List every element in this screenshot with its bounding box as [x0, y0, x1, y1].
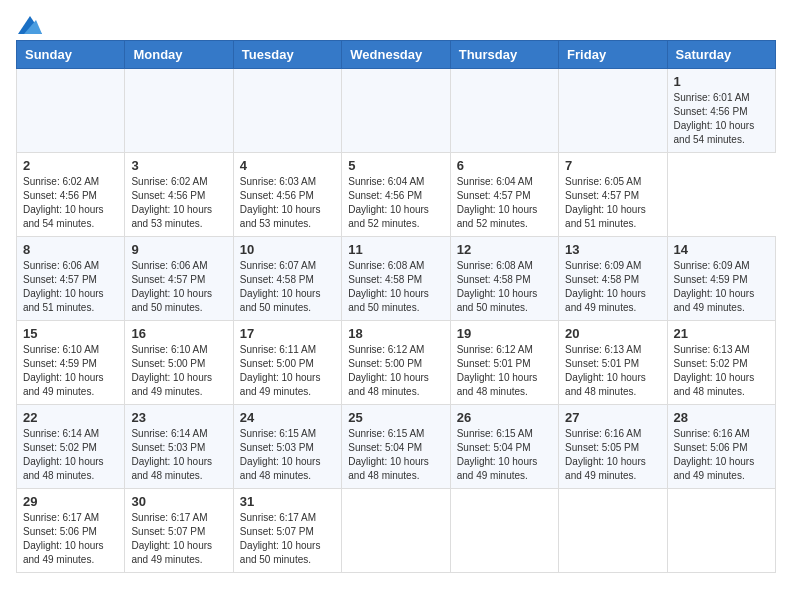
- day-number: 2: [23, 158, 118, 173]
- sunrise-time: Sunrise: 6:06 AM: [131, 259, 226, 273]
- daylight-hours: Daylight: 10 hours and 48 minutes.: [240, 455, 335, 483]
- day-info: Sunrise: 6:14 AM Sunset: 5:03 PM Dayligh…: [131, 427, 226, 483]
- sunrise-time: Sunrise: 6:14 AM: [23, 427, 118, 441]
- sunset-time: Sunset: 5:00 PM: [240, 357, 335, 371]
- empty-cell: [559, 69, 667, 153]
- daylight-hours: Daylight: 10 hours and 48 minutes.: [23, 455, 118, 483]
- day-info: Sunrise: 6:09 AM Sunset: 4:59 PM Dayligh…: [674, 259, 769, 315]
- sunrise-time: Sunrise: 6:10 AM: [23, 343, 118, 357]
- sunrise-time: Sunrise: 6:08 AM: [348, 259, 443, 273]
- sunset-time: Sunset: 5:00 PM: [131, 357, 226, 371]
- calendar-week-6: 29 Sunrise: 6:17 AM Sunset: 5:06 PM Dayl…: [17, 489, 776, 573]
- sunset-time: Sunset: 4:59 PM: [23, 357, 118, 371]
- sunrise-time: Sunrise: 6:13 AM: [674, 343, 769, 357]
- calendar-day-16: 16 Sunrise: 6:10 AM Sunset: 5:00 PM Dayl…: [125, 321, 233, 405]
- day-number: 22: [23, 410, 118, 425]
- day-info: Sunrise: 6:16 AM Sunset: 5:05 PM Dayligh…: [565, 427, 660, 483]
- day-info: Sunrise: 6:10 AM Sunset: 4:59 PM Dayligh…: [23, 343, 118, 399]
- sunset-time: Sunset: 4:58 PM: [240, 273, 335, 287]
- day-info: Sunrise: 6:16 AM Sunset: 5:06 PM Dayligh…: [674, 427, 769, 483]
- daylight-hours: Daylight: 10 hours and 50 minutes.: [457, 287, 552, 315]
- empty-cell: [667, 489, 775, 573]
- day-info: Sunrise: 6:04 AM Sunset: 4:57 PM Dayligh…: [457, 175, 552, 231]
- sunset-time: Sunset: 4:58 PM: [348, 273, 443, 287]
- daylight-hours: Daylight: 10 hours and 50 minutes.: [348, 287, 443, 315]
- sunset-time: Sunset: 5:04 PM: [348, 441, 443, 455]
- empty-cell: [233, 69, 341, 153]
- day-number: 20: [565, 326, 660, 341]
- sunset-time: Sunset: 4:57 PM: [565, 189, 660, 203]
- calendar-table: SundayMondayTuesdayWednesdayThursdayFrid…: [16, 40, 776, 573]
- calendar-day-21: 21 Sunrise: 6:13 AM Sunset: 5:02 PM Dayl…: [667, 321, 775, 405]
- sunset-time: Sunset: 5:06 PM: [674, 441, 769, 455]
- sunset-time: Sunset: 4:56 PM: [348, 189, 443, 203]
- sunset-time: Sunset: 5:01 PM: [565, 357, 660, 371]
- calendar-day-27: 27 Sunrise: 6:16 AM Sunset: 5:05 PM Dayl…: [559, 405, 667, 489]
- empty-cell: [559, 489, 667, 573]
- daylight-hours: Daylight: 10 hours and 48 minutes.: [348, 371, 443, 399]
- calendar-week-1: 1 Sunrise: 6:01 AM Sunset: 4:56 PM Dayli…: [17, 69, 776, 153]
- sunset-time: Sunset: 5:04 PM: [457, 441, 552, 455]
- daylight-hours: Daylight: 10 hours and 53 minutes.: [131, 203, 226, 231]
- calendar-day-3: 3 Sunrise: 6:02 AM Sunset: 4:56 PM Dayli…: [125, 153, 233, 237]
- daylight-hours: Daylight: 10 hours and 49 minutes.: [674, 455, 769, 483]
- day-info: Sunrise: 6:07 AM Sunset: 4:58 PM Dayligh…: [240, 259, 335, 315]
- day-number: 12: [457, 242, 552, 257]
- calendar-day-24: 24 Sunrise: 6:15 AM Sunset: 5:03 PM Dayl…: [233, 405, 341, 489]
- daylight-hours: Daylight: 10 hours and 50 minutes.: [131, 287, 226, 315]
- calendar-header-wednesday: Wednesday: [342, 41, 450, 69]
- sunrise-time: Sunrise: 6:17 AM: [131, 511, 226, 525]
- day-info: Sunrise: 6:08 AM Sunset: 4:58 PM Dayligh…: [457, 259, 552, 315]
- day-info: Sunrise: 6:12 AM Sunset: 5:00 PM Dayligh…: [348, 343, 443, 399]
- sunrise-time: Sunrise: 6:11 AM: [240, 343, 335, 357]
- sunset-time: Sunset: 5:07 PM: [131, 525, 226, 539]
- sunset-time: Sunset: 4:58 PM: [457, 273, 552, 287]
- sunrise-time: Sunrise: 6:08 AM: [457, 259, 552, 273]
- calendar-day-11: 11 Sunrise: 6:08 AM Sunset: 4:58 PM Dayl…: [342, 237, 450, 321]
- sunrise-time: Sunrise: 6:12 AM: [457, 343, 552, 357]
- day-info: Sunrise: 6:04 AM Sunset: 4:56 PM Dayligh…: [348, 175, 443, 231]
- day-number: 13: [565, 242, 660, 257]
- empty-cell: [125, 69, 233, 153]
- day-info: Sunrise: 6:17 AM Sunset: 5:07 PM Dayligh…: [131, 511, 226, 567]
- calendar-day-23: 23 Sunrise: 6:14 AM Sunset: 5:03 PM Dayl…: [125, 405, 233, 489]
- day-number: 30: [131, 494, 226, 509]
- calendar-day-5: 5 Sunrise: 6:04 AM Sunset: 4:56 PM Dayli…: [342, 153, 450, 237]
- sunset-time: Sunset: 5:00 PM: [348, 357, 443, 371]
- day-number: 21: [674, 326, 769, 341]
- daylight-hours: Daylight: 10 hours and 49 minutes.: [23, 539, 118, 567]
- calendar-day-12: 12 Sunrise: 6:08 AM Sunset: 4:58 PM Dayl…: [450, 237, 558, 321]
- sunrise-time: Sunrise: 6:17 AM: [23, 511, 118, 525]
- day-info: Sunrise: 6:08 AM Sunset: 4:58 PM Dayligh…: [348, 259, 443, 315]
- daylight-hours: Daylight: 10 hours and 49 minutes.: [131, 539, 226, 567]
- calendar-day-14: 14 Sunrise: 6:09 AM Sunset: 4:59 PM Dayl…: [667, 237, 775, 321]
- daylight-hours: Daylight: 10 hours and 49 minutes.: [565, 287, 660, 315]
- day-number: 5: [348, 158, 443, 173]
- calendar-header-thursday: Thursday: [450, 41, 558, 69]
- day-info: Sunrise: 6:17 AM Sunset: 5:06 PM Dayligh…: [23, 511, 118, 567]
- daylight-hours: Daylight: 10 hours and 52 minutes.: [457, 203, 552, 231]
- daylight-hours: Daylight: 10 hours and 48 minutes.: [565, 371, 660, 399]
- day-number: 14: [674, 242, 769, 257]
- day-info: Sunrise: 6:10 AM Sunset: 5:00 PM Dayligh…: [131, 343, 226, 399]
- calendar-header-saturday: Saturday: [667, 41, 775, 69]
- day-number: 9: [131, 242, 226, 257]
- day-number: 16: [131, 326, 226, 341]
- day-info: Sunrise: 6:12 AM Sunset: 5:01 PM Dayligh…: [457, 343, 552, 399]
- day-number: 3: [131, 158, 226, 173]
- sunset-time: Sunset: 4:56 PM: [674, 105, 769, 119]
- calendar-day-7: 7 Sunrise: 6:05 AM Sunset: 4:57 PM Dayli…: [559, 153, 667, 237]
- sunrise-time: Sunrise: 6:02 AM: [23, 175, 118, 189]
- daylight-hours: Daylight: 10 hours and 54 minutes.: [674, 119, 769, 147]
- day-info: Sunrise: 6:06 AM Sunset: 4:57 PM Dayligh…: [131, 259, 226, 315]
- day-number: 29: [23, 494, 118, 509]
- sunrise-time: Sunrise: 6:09 AM: [565, 259, 660, 273]
- sunset-time: Sunset: 5:03 PM: [131, 441, 226, 455]
- daylight-hours: Daylight: 10 hours and 49 minutes.: [240, 371, 335, 399]
- sunrise-time: Sunrise: 6:05 AM: [565, 175, 660, 189]
- day-number: 26: [457, 410, 552, 425]
- day-number: 27: [565, 410, 660, 425]
- sunset-time: Sunset: 4:56 PM: [131, 189, 226, 203]
- calendar-day-15: 15 Sunrise: 6:10 AM Sunset: 4:59 PM Dayl…: [17, 321, 125, 405]
- calendar-day-25: 25 Sunrise: 6:15 AM Sunset: 5:04 PM Dayl…: [342, 405, 450, 489]
